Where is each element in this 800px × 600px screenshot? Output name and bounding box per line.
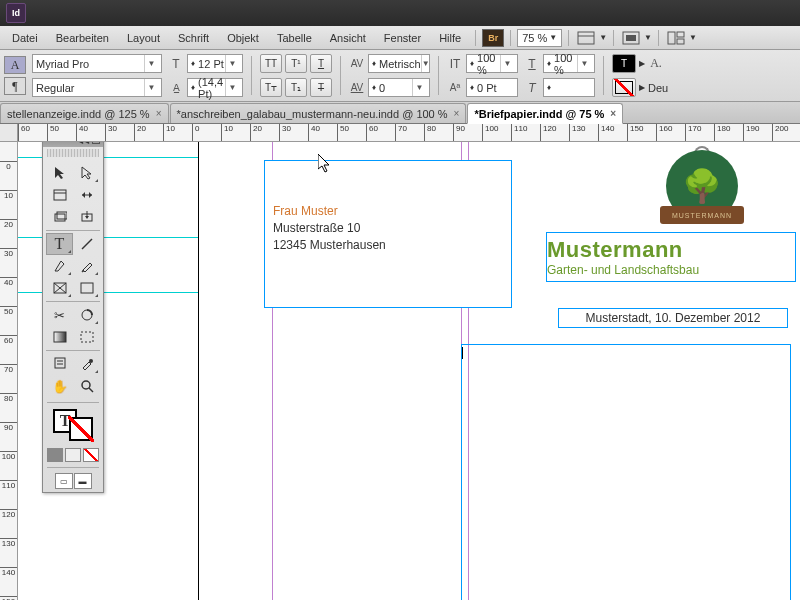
rectangle-frame-tool[interactable] xyxy=(46,277,73,299)
eyedropper-tool[interactable] xyxy=(73,353,100,375)
pen-tool[interactable] xyxy=(46,255,73,277)
zoom-level-field[interactable]: 75 % ▼ xyxy=(517,29,562,47)
preview-view-button[interactable]: ▬ xyxy=(74,473,92,489)
skew-field[interactable]: ♦ xyxy=(543,78,595,97)
tab-briefpapier[interactable]: *Briefpapier.indd @ 75 %× xyxy=(467,103,623,124)
menu-bearbeiten[interactable]: Bearbeiten xyxy=(48,29,117,47)
arrange-docs-icon[interactable] xyxy=(665,29,687,47)
menu-hilfe[interactable]: Hilfe xyxy=(431,29,469,47)
superscript-button[interactable]: T¹ xyxy=(285,54,307,73)
menu-bar: Datei Bearbeiten Layout Schrift Objekt T… xyxy=(0,26,800,50)
subscript-button[interactable]: T₁ xyxy=(285,78,307,97)
close-icon[interactable]: × xyxy=(156,108,162,119)
underline-button[interactable]: T xyxy=(310,54,332,73)
body-text-frame[interactable] xyxy=(461,344,791,600)
free-transform-tool[interactable] xyxy=(73,304,100,326)
fill-stroke-swatch[interactable]: T xyxy=(43,405,103,445)
svg-rect-27 xyxy=(81,332,93,342)
content-collector-tool[interactable] xyxy=(46,206,73,228)
svg-rect-0 xyxy=(578,32,594,44)
gradient-feather-tool[interactable] xyxy=(73,326,100,348)
leading-icon: A̲ xyxy=(168,80,184,96)
apply-none-button[interactable] xyxy=(83,448,99,462)
baseline-field[interactable]: ♦0 Pt xyxy=(466,78,518,97)
brand-frame[interactable]: Mustermann Garten- und Landschaftsbau xyxy=(546,232,796,282)
kerning-field[interactable]: ♦Metrisch▼ xyxy=(368,54,430,73)
horizontal-ruler[interactable]: 6050403020100102030405060708090100110120… xyxy=(18,124,800,142)
font-style-field[interactable]: Regular▼ xyxy=(32,78,162,97)
tracking-field[interactable]: ♦0▼ xyxy=(368,78,430,97)
svg-rect-28 xyxy=(55,358,65,368)
direct-selection-tool[interactable] xyxy=(73,162,100,184)
smallcaps-button[interactable]: Tᴛ xyxy=(260,78,282,97)
brand-name: Mustermann xyxy=(547,237,795,263)
chevron-down-icon: ▼ xyxy=(549,33,557,42)
svg-rect-4 xyxy=(668,32,675,44)
panel-header[interactable]: ◀◀ xyxy=(43,142,103,147)
canvas[interactable]: Frau Muster Musterstraße 10 12345 Muster… xyxy=(18,142,800,600)
tools-panel[interactable]: ◀◀ T ✂ xyxy=(42,142,104,493)
gradient-swatch-tool[interactable] xyxy=(46,326,73,348)
character-mode-button[interactable]: A xyxy=(4,56,26,74)
svg-rect-3 xyxy=(626,35,636,41)
menu-objekt[interactable]: Objekt xyxy=(219,29,267,47)
menu-tabelle[interactable]: Tabelle xyxy=(269,29,320,47)
formatting-container-button[interactable] xyxy=(47,448,63,462)
close-icon[interactable] xyxy=(92,142,100,144)
close-icon[interactable]: × xyxy=(610,108,616,119)
panel-grip[interactable] xyxy=(47,149,99,157)
chevron-down-icon: ▼ xyxy=(225,55,239,72)
leading-field[interactable]: ♦(14,4 Pt)▼ xyxy=(187,78,243,97)
font-family-field[interactable]: Myriad Pro▼ xyxy=(32,54,162,73)
vscale-field[interactable]: ♦100 %▼ xyxy=(466,54,518,73)
content-placer-tool[interactable] xyxy=(73,206,100,228)
control-panel: A ¶ Myriad Pro▼ Regular▼ T ♦12 Pt▼ A̲ ♦(… xyxy=(0,50,800,102)
type-tool[interactable]: T xyxy=(46,233,73,255)
font-size-field[interactable]: ♦12 Pt▼ xyxy=(187,54,243,73)
zoom-tool[interactable] xyxy=(73,375,100,397)
svg-point-31 xyxy=(89,359,93,363)
tree-icon: 🌳 xyxy=(682,167,722,205)
stroke-swatch[interactable] xyxy=(612,78,636,97)
vertical-ruler[interactable]: 500102030405060708090100110120130140150 xyxy=(0,142,18,600)
screen-mode-icon[interactable] xyxy=(620,29,642,47)
menu-datei[interactable]: Datei xyxy=(4,29,46,47)
rectangle-tool[interactable] xyxy=(73,277,100,299)
note-tool[interactable] xyxy=(46,353,73,375)
svg-marker-9 xyxy=(82,167,91,179)
hand-tool[interactable]: ✋ xyxy=(46,375,73,397)
ruler-origin[interactable] xyxy=(0,124,18,142)
tab-stellenanzeige[interactable]: stellenanzeige.indd @ 125 %× xyxy=(0,103,169,123)
chevron-down-icon: ▼ xyxy=(144,79,158,96)
chevron-down-icon: ▼ xyxy=(577,55,591,72)
hscale-field[interactable]: ♦100 %▼ xyxy=(543,54,595,73)
close-icon[interactable]: × xyxy=(454,108,460,119)
normal-view-button[interactable]: ▭ xyxy=(55,473,73,489)
app-logo: Id xyxy=(6,3,26,23)
menu-fenster[interactable]: Fenster xyxy=(376,29,429,47)
address-frame[interactable]: Frau Muster Musterstraße 10 12345 Muster… xyxy=(264,160,512,308)
collapse-icon[interactable]: ◀◀ xyxy=(77,142,89,145)
allcaps-button[interactable]: TT xyxy=(260,54,282,73)
page-tool[interactable] xyxy=(46,184,73,206)
scissors-tool[interactable]: ✂ xyxy=(46,304,73,326)
line-tool[interactable] xyxy=(73,233,100,255)
tab-anschreiben[interactable]: *anschreiben_galabau_mustermann-neu.indd… xyxy=(170,103,467,123)
svg-rect-6 xyxy=(677,39,684,44)
bridge-button[interactable]: Br xyxy=(482,29,504,47)
menu-ansicht[interactable]: Ansicht xyxy=(322,29,374,47)
menu-schrift[interactable]: Schrift xyxy=(170,29,217,47)
formatting-text-button[interactable] xyxy=(65,448,81,462)
selection-tool[interactable] xyxy=(46,162,73,184)
stroke-color[interactable] xyxy=(69,417,93,441)
svg-rect-24 xyxy=(81,283,93,293)
pencil-tool[interactable] xyxy=(73,255,100,277)
gap-tool[interactable] xyxy=(73,184,100,206)
date-frame[interactable]: Musterstadt, 10. Dezember 2012 xyxy=(558,308,788,328)
paragraph-mode-button[interactable]: ¶ xyxy=(4,77,26,95)
menu-layout[interactable]: Layout xyxy=(119,29,168,47)
view-options-icon[interactable] xyxy=(575,29,597,47)
strikethrough-button[interactable]: T xyxy=(310,78,332,97)
fill-swatch[interactable]: T xyxy=(612,54,636,73)
svg-marker-14 xyxy=(89,192,92,198)
